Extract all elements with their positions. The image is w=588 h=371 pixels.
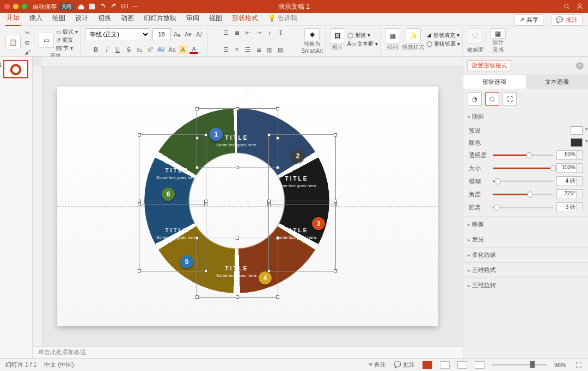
section-button[interactable]: ▦ 节 ▾ [56,45,78,52]
thumbnail-1[interactable] [3,60,28,78]
slideshow-view-button[interactable] [475,361,485,369]
comments-button[interactable]: 💬 批注 [551,14,583,26]
align-left-icon[interactable]: ☰ [222,45,230,54]
arrange-button[interactable]: ▦ [385,28,400,44]
fit-window-icon[interactable]: ⛶ [574,361,583,369]
selection-box[interactable] [197,238,278,298]
align-right-icon[interactable]: ☰ [243,45,252,54]
indent-dec-icon[interactable]: ⇤ [243,28,252,37]
comments-toggle[interactable]: 💬 批注 [394,361,415,369]
minimize-window-button[interactable] [13,4,19,9]
quickstyle-button[interactable]: ✨ [406,28,421,44]
clear-format-icon[interactable]: A⧸ [195,30,204,39]
shadow-preset-picker[interactable] [571,126,583,135]
cut-icon[interactable]: ✂ [23,28,32,37]
tab-shape-format[interactable]: 形状格式 [231,11,259,26]
italic-icon[interactable]: I [102,45,111,54]
change-case-icon[interactable]: Aa [168,45,176,54]
zoom-level[interactable]: 96% [554,362,566,368]
reading-view-button[interactable] [457,361,467,369]
tab-transitions[interactable]: 切换 [97,11,112,26]
copy-icon[interactable]: ⧉ [23,38,32,47]
selection-box[interactable] [139,134,206,205]
angle-slider[interactable] [493,194,553,195]
account-icon[interactable] [576,3,584,10]
angle-value[interactable]: 225° [556,189,583,199]
bullets-icon[interactable]: ☰ [222,28,230,37]
picture-button[interactable]: 🖼 [330,28,345,44]
decrease-font-icon[interactable]: A▾ [184,30,193,39]
3drotation-section[interactable]: 三维旋转 [463,278,588,293]
reset-button[interactable]: ↺ 重置 [56,36,78,44]
sorter-view-button[interactable] [440,361,450,369]
tab-design[interactable]: 设计 [74,11,89,26]
close-window-button[interactable] [4,4,10,9]
increase-font-icon[interactable]: A▴ [173,30,182,39]
close-pane-button[interactable]: × [576,62,584,70]
blur-slider[interactable] [493,181,553,182]
shadow-section-header[interactable]: 阴影 [463,109,588,124]
selection-box[interactable] [197,108,278,168]
effects-tab-icon[interactable]: ⬠ [485,92,499,106]
new-slide-button[interactable]: ▭ [39,33,54,48]
columns-icon[interactable]: ▥ [265,45,274,54]
notes-placeholder[interactable]: 单击此处添加备注 [33,346,463,358]
font-color-icon[interactable]: A [189,45,198,54]
bold-icon[interactable]: B [91,45,100,54]
format-painter-icon[interactable]: 🖌 [23,48,32,57]
highlight-icon[interactable]: A [179,45,187,54]
tab-animations[interactable]: 动画 [120,11,135,26]
tab-slideshow[interactable]: 幻灯片放映 [143,11,177,26]
text-direction-icon[interactable]: ↧ [276,28,285,37]
shape-options-tab[interactable]: 形状选项 [463,75,526,89]
size-value[interactable]: 100% [556,163,583,173]
selection-box[interactable] [268,134,336,205]
slide[interactable]: TITLESome text goes here. TITLESome text… [57,86,438,326]
size-slider[interactable] [493,168,553,169]
strike-icon[interactable]: S̶ [124,45,133,54]
language-indicator[interactable]: 中文 (中国) [44,361,74,369]
home-icon[interactable] [77,3,85,10]
zoom-slider[interactable] [492,364,547,366]
fill-line-tab-icon[interactable]: ◔ [468,92,482,106]
tab-draw[interactable]: 绘图 [51,11,66,26]
search-icon[interactable] [563,3,571,10]
paste-button[interactable]: 📋 [5,35,21,50]
notes-toggle[interactable]: ≡ 备注 [369,361,385,369]
tab-insert[interactable]: 插入 [28,11,44,26]
tab-review[interactable]: 审阅 [185,11,200,26]
line-spacing-icon[interactable]: ↕ [265,28,274,37]
distance-slider[interactable] [493,207,553,208]
superscript-icon[interactable]: x² [146,45,155,54]
align-text-icon[interactable]: ▤ [276,45,285,54]
sensitivity-button[interactable]: 🛡 [468,28,483,44]
blur-value[interactable]: 4 磅 [556,176,583,186]
textbox-button[interactable]: A▭ 文本框 ▾ [347,40,378,48]
undo-icon[interactable] [99,3,107,10]
tell-me[interactable]: 💡 告诉我 [267,11,298,26]
selection-box[interactable] [139,201,206,271]
normal-view-button[interactable] [422,361,432,369]
font-size-input[interactable] [152,28,171,40]
save-icon[interactable] [88,3,96,10]
indent-inc-icon[interactable]: ⇥ [254,28,263,37]
layout-button[interactable]: ▭ 版式 ▾ [56,28,78,36]
tab-home[interactable]: 开始 [5,11,21,26]
text-options-tab[interactable]: 文本选项 [526,75,589,89]
3dformat-section[interactable]: 三维格式 [463,263,588,277]
softedge-section[interactable]: 柔化边缘 [463,248,588,262]
transparency-slider[interactable] [493,154,553,156]
underline-icon[interactable]: U [113,45,122,54]
maximize-window-button[interactable] [22,4,27,9]
convert-smartart-button[interactable]: ◆ [304,28,320,40]
share-button[interactable]: ↗ 共享 [514,14,543,26]
justify-icon[interactable]: ≣ [254,45,263,54]
align-center-icon[interactable]: ≡ [232,45,241,54]
shapes-button[interactable]: ◯ 形状 ▾ [347,32,378,39]
font-family-select[interactable]: 等线 (正文) [85,28,150,40]
subscript-icon[interactable]: x₂ [135,45,144,54]
glow-section[interactable]: 发光 [463,232,588,247]
shape-fill-button[interactable]: ◢ 形状填充 ▾ [426,32,460,39]
selection-box[interactable] [268,201,336,271]
text-effects-icon[interactable]: AV [157,45,166,54]
